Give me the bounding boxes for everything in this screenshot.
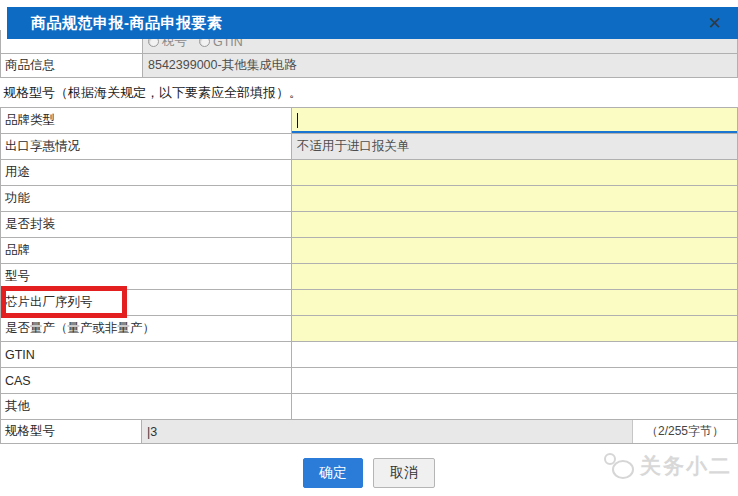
spec-model-input[interactable]: |3 bbox=[142, 420, 632, 443]
product-info-value: 8542399000-其他集成电路 bbox=[143, 54, 737, 77]
confirm-button[interactable]: 确定 bbox=[303, 458, 363, 488]
field-label: 其他 bbox=[1, 394, 292, 419]
cancel-button[interactable]: 取消 bbox=[373, 458, 435, 488]
close-icon[interactable]: ✕ bbox=[708, 15, 722, 32]
usage-input[interactable] bbox=[292, 160, 737, 185]
dialog-titlebar: 商品规范申报-商品申报要素 ✕ bbox=[7, 7, 738, 39]
product-info-row: 商品信息 8542399000-其他集成电路 bbox=[0, 54, 738, 78]
field-label: CAS bbox=[1, 368, 292, 393]
field-label: 品牌 bbox=[1, 238, 292, 263]
section-note: 规格型号（根据海关规定，以下要素应全部填报）。 bbox=[0, 78, 738, 107]
field-row-brand: 品牌 bbox=[1, 238, 737, 264]
declaration-dialog: 税号 GTIN 商品信息 8542399000-其他集成电路 商品规范申报-商品… bbox=[0, 0, 738, 496]
field-label: 用途 bbox=[1, 160, 292, 185]
text-cursor-icon bbox=[297, 113, 298, 128]
model-input[interactable] bbox=[292, 264, 737, 289]
watermark: 关务小二 bbox=[604, 452, 732, 480]
cas-input[interactable] bbox=[292, 368, 737, 393]
field-row-other: 其他 bbox=[1, 394, 737, 420]
spec-model-label: 规格型号 bbox=[1, 420, 142, 443]
byte-counter: （2/255字节） bbox=[632, 420, 737, 443]
field-row-packaged: 是否封装 bbox=[1, 212, 737, 238]
field-row-export-preference: 出口享惠情况 不适用于进口报关单 bbox=[1, 134, 737, 160]
brand-type-input[interactable] bbox=[292, 108, 737, 133]
chip-serial-input[interactable] bbox=[292, 290, 737, 315]
product-info-label: 商品信息 bbox=[1, 54, 143, 77]
field-row-brand-type: 品牌类型 bbox=[1, 108, 737, 134]
watermark-text: 关务小二 bbox=[640, 452, 732, 480]
dialog-title: 商品规范申报-商品申报要素 bbox=[7, 14, 223, 33]
elements-table: 品牌类型 出口享惠情况 不适用于进口报关单 用途 功能 是否封装 品牌 bbox=[0, 107, 738, 420]
field-label: GTIN bbox=[1, 342, 292, 367]
field-row-usage: 用途 bbox=[1, 160, 737, 186]
packaged-input[interactable] bbox=[292, 212, 737, 237]
field-row-function: 功能 bbox=[1, 186, 737, 212]
field-label: 功能 bbox=[1, 186, 292, 211]
other-input[interactable] bbox=[292, 394, 737, 419]
mass-production-input[interactable] bbox=[292, 316, 737, 341]
field-row-cas: CAS bbox=[1, 368, 737, 394]
field-row-mass-production: 是否量产（量产或非量产） bbox=[1, 316, 737, 342]
gtin-input[interactable] bbox=[292, 342, 737, 367]
brand-input[interactable] bbox=[292, 238, 737, 263]
mascot-logo-icon bbox=[604, 453, 634, 479]
field-label: 出口享惠情况 bbox=[1, 134, 292, 159]
export-preference-value: 不适用于进口报关单 bbox=[292, 134, 737, 159]
field-label: 是否封装 bbox=[1, 212, 292, 237]
field-label: 品牌类型 bbox=[1, 108, 292, 133]
red-highlight-annotation bbox=[1, 286, 127, 318]
spec-model-row: 规格型号 |3 （2/255字节） bbox=[0, 419, 738, 444]
field-label: 是否量产（量产或非量产） bbox=[1, 316, 292, 341]
field-row-gtin: GTIN bbox=[1, 342, 737, 368]
function-input[interactable] bbox=[292, 186, 737, 211]
